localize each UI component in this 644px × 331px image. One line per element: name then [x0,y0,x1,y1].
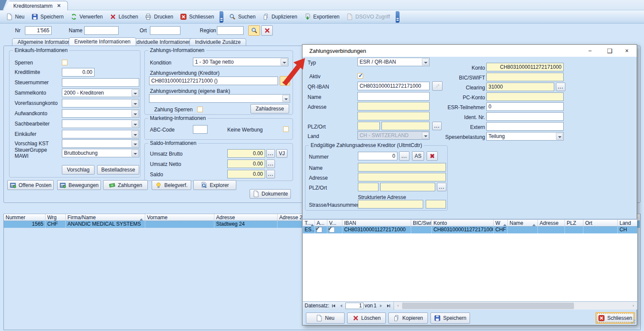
col-firma-name[interactable]: Firma/Name [66,214,145,221]
col-land[interactable]: Land [618,220,637,226]
toolbar-speichern-button[interactable]: Speichern [28,12,67,21]
qr-iban-input[interactable]: CH8031000011272171000 [357,82,430,90]
col-adresse[interactable]: Adresse [538,220,565,226]
scroll-left-icon[interactable]: ‹ [394,302,401,310]
uc-nummer-input[interactable]: 0 [358,152,397,160]
dropdown-arrow-icon[interactable] [422,132,429,139]
dlg-adresse-input-1[interactable] [357,102,430,110]
dialog-speichern-button[interactable]: Speichern [430,313,470,324]
toolbar-suchen-button[interactable]: Suchen [226,12,259,21]
umsatz-netto-browse-button[interactable]: ... [266,159,275,168]
name-input[interactable] [84,26,119,35]
record-position-input[interactable]: 1 [345,303,363,309]
toolbar-duplizieren-button[interactable]: Duplizieren [259,12,301,21]
vorerfassungkonto-combobox[interactable] [62,99,139,107]
dropdown-arrow-icon[interactable] [131,131,138,138]
kondition-combobox[interactable]: 1 - 30 Tage netto [193,58,288,66]
zahladresse-button[interactable]: Zahladresse [250,104,289,113]
keine-werbung-checkbox[interactable] [283,126,289,132]
zv-kreditor-browse-button[interactable]: ... [280,76,290,86]
nav-next-button[interactable] [377,303,384,309]
sachbearbeiter-combobox[interactable] [62,120,139,128]
zv-kreditor-input[interactable]: CH8031000011272171000 () [149,77,278,85]
sammelkonto-combobox[interactable]: 2000 - Kreditoren [62,89,139,97]
dropdown-arrow-icon[interactable] [131,100,138,107]
einkaeufer-combobox[interactable] [62,130,139,138]
col-name[interactable]: Name [508,220,538,226]
col-vorname[interactable]: Vorname [145,214,214,221]
tab-erweiterte-informationen[interactable]: Erweiterte Informationen [69,37,136,46]
maximize-icon[interactable]: ❑ [602,45,617,57]
col-typ[interactable]: T... [303,220,315,226]
row-aktiv-checkbox[interactable] [317,227,322,233]
nav-first-button[interactable] [330,303,337,309]
zv-bank-combobox[interactable] [149,94,290,103]
vorschlag-kst-combobox[interactable] [62,139,139,148]
typ-combobox[interactable]: ESR / QR-IBAN [357,58,430,66]
bic-swift-field[interactable] [486,73,564,81]
tab-individuelle-informationen[interactable]: Individuelle Informationen [127,38,197,46]
strasse-input[interactable] [358,200,423,208]
toolbar-group-handle-2[interactable] [396,11,400,23]
search-go-button[interactable] [248,25,260,36]
extern-input[interactable] [486,122,564,131]
tab-close-icon[interactable]: ✕ [57,3,61,9]
toolbar-loeschen-button[interactable]: Löschen [106,12,141,21]
dialog-loeschen-button[interactable]: Löschen [347,313,386,324]
dlg-adresse-input-2[interactable] [357,112,430,120]
uc-browse-button[interactable]: ... [399,151,409,161]
region-input[interactable] [217,26,244,35]
aktiv-checkbox[interactable] [357,73,363,79]
document-tab-kreditorenstamm[interactable]: Kreditorenstamm ✕ [3,1,68,10]
dropdown-arrow-icon[interactable] [556,133,563,140]
abc-code-input[interactable] [193,125,208,134]
dlg-plz-input[interactable] [357,122,380,130]
steuergruppe-combobox[interactable]: Bruttobuchung [62,149,139,157]
umsatz-brutto-browse-button[interactable]: ... [266,149,275,158]
dropdown-arrow-icon[interactable] [282,95,289,102]
col-aktiv[interactable]: A... [315,220,327,226]
dialog-neu-button[interactable]: Neu [306,313,345,324]
nr-input[interactable]: 1'565 [25,26,52,35]
zahlung-sperren-checkbox[interactable] [197,107,203,112]
spesenbelastung-combobox[interactable]: Teilung [486,132,564,141]
dropdown-arrow-icon[interactable] [131,110,138,117]
col-w[interactable]: W [494,220,508,226]
uc-name-input[interactable] [358,163,446,172]
scroll-right-icon[interactable]: › [630,302,637,310]
dialog-grid-selected-row[interactable]: ES... CH8031000011272171000 CH8031000011… [303,227,637,233]
uc-plz-browse-button[interactable]: ... [437,183,446,191]
vj-button[interactable]: VJ [276,149,287,158]
pc-konto-field[interactable] [486,92,564,101]
col-wrg[interactable]: Wrg [46,214,66,221]
offene-posten-button[interactable]: Offene Posten [7,180,54,190]
dropdown-arrow-icon[interactable] [131,89,138,96]
col-konto[interactable]: Konto [432,220,494,226]
zahlungen-button[interactable]: Zahlungen [103,180,148,190]
bewegungen-button[interactable]: Bewegungen [57,180,101,190]
uc-adresse-input[interactable] [358,173,446,181]
col-v[interactable]: V... [327,220,342,226]
saldo-browse-button[interactable]: ... [266,170,275,178]
horizontal-scrollbar[interactable]: ‹ › [394,302,637,310]
toolbar-group-handle[interactable] [220,11,223,23]
dlg-name-input[interactable] [357,92,430,101]
vorschlag-button[interactable]: Vorschlag [62,165,95,175]
steuernummer-input[interactable] [62,78,139,87]
col-ort[interactable]: Ort [583,220,618,226]
uc-ort-input[interactable] [380,183,435,191]
toolbar-neu-button[interactable]: Neu [3,12,28,21]
uc-clear-button[interactable]: ✖ [427,151,438,161]
toolbar-verwerfen-button[interactable]: Verwerfen [67,12,106,21]
tab-individuelle-zusaetze[interactable]: Individuelle Zusätze [189,38,246,46]
dokumente-button[interactable]: Dokumente [250,189,291,199]
hausnummer-input[interactable] [426,200,446,208]
toolbar-drucken-button[interactable]: Drucken [141,12,177,21]
bestelladresse-button[interactable]: Bestelladresse [97,165,139,175]
toolbar-exportieren-button[interactable]: Exportieren [301,12,343,21]
uc-as-button[interactable]: AS [412,151,424,161]
nav-last-button[interactable] [385,303,392,309]
col-bic-swift[interactable]: BIC/Swift [411,220,432,226]
dialog-kopieren-button[interactable]: Kopieren [388,313,428,324]
belegverf-button[interactable]: Belegverf. [152,180,191,190]
